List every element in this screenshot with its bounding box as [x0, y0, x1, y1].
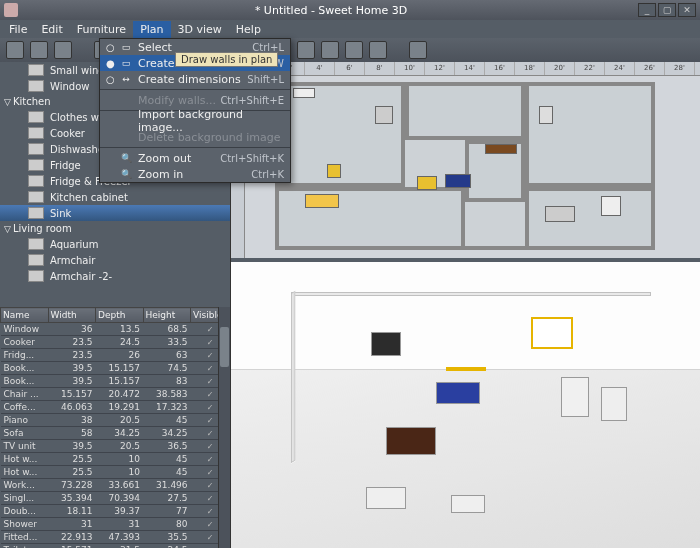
catalog-swatch-icon — [28, 111, 44, 123]
toolbar-right-segment — [291, 38, 700, 62]
catalog-swatch-icon — [28, 254, 44, 266]
add-furniture-button[interactable] — [297, 41, 315, 59]
col-header[interactable]: Height — [143, 308, 191, 323]
furniture-table[interactable]: NameWidthDepthHeightVisibleWindow3613.56… — [0, 307, 230, 548]
col-header[interactable]: Name — [1, 308, 49, 323]
catalog-item[interactable]: Kitchen cabinet — [0, 189, 230, 205]
menu-item-zoom-in[interactable]: 🔍Zoom inCtrl+K — [100, 166, 290, 182]
table-row[interactable]: Sofa5834.2534.25 — [1, 427, 230, 440]
menu-item-delete-background-image: Delete background image — [100, 129, 290, 145]
maximize-button[interactable]: ▢ — [658, 3, 676, 17]
table-row[interactable]: Fitted...22.91347.39335.5 — [1, 531, 230, 544]
catalog-item-label: Armchair -2- — [50, 271, 112, 282]
menu-item-create-dimensions[interactable]: ○↔Create dimensionsShift+L — [100, 71, 290, 87]
table-row[interactable]: Chair ...15.15720.47238.583 — [1, 388, 230, 401]
table-row[interactable]: Doub...18.1139.3777 — [1, 505, 230, 518]
table-row[interactable]: Work...73.22833.66131.496 — [1, 479, 230, 492]
wall-mode-button[interactable] — [345, 41, 363, 59]
catalog-swatch-icon — [28, 238, 44, 250]
help-button[interactable] — [409, 41, 427, 59]
catalog-swatch-icon — [28, 175, 44, 187]
table-row[interactable]: Coffe...46.06319.29117.323 — [1, 401, 230, 414]
catalog-item[interactable]: Aquarium — [0, 236, 230, 252]
menu-edit[interactable]: Edit — [34, 21, 69, 38]
table-row[interactable]: Piano3820.545 — [1, 414, 230, 427]
menu-item-import-background-image-[interactable]: Import background image... — [100, 113, 290, 129]
table-row[interactable]: Book...39.515.15774.5 — [1, 362, 230, 375]
table-row[interactable]: Fridg...23.52663 — [1, 349, 230, 362]
catalog-item[interactable]: Armchair -2- — [0, 268, 230, 284]
menu-file[interactable]: File — [2, 21, 34, 38]
tooltip: Draw walls in plan — [175, 52, 278, 67]
catalog-item-label: Fridge — [50, 160, 81, 171]
menu-plan[interactable]: Plan — [133, 21, 170, 38]
catalog-swatch-icon — [28, 207, 44, 219]
table-row[interactable]: Toilet ...15.57131.524.5 — [1, 544, 230, 549]
save-button[interactable] — [54, 41, 72, 59]
table-row[interactable]: Window3613.568.5 — [1, 323, 230, 336]
table-row[interactable]: Hot w...25.51045 — [1, 466, 230, 479]
view-3d[interactable] — [231, 262, 700, 548]
col-header[interactable]: Depth — [96, 308, 144, 323]
menu-3d-view[interactable]: 3D view — [171, 21, 229, 38]
catalog-swatch-icon — [28, 127, 44, 139]
minimize-button[interactable]: _ — [638, 3, 656, 17]
plan-view[interactable]: 4"2'4'6'8'10'12'14'16'18'20'22'24'26'28'… — [231, 62, 700, 262]
table-row[interactable]: Book...39.515.15783 — [1, 375, 230, 388]
menubar: FileEditFurniturePlan3D viewHelp — [0, 20, 700, 38]
menu-item-modify-walls-: Modify walls...Ctrl+Shift+E — [100, 92, 290, 108]
titlebar: * Untitled - Sweet Home 3D _ ▢ ✕ — [0, 0, 700, 20]
new-button[interactable] — [6, 41, 24, 59]
col-header[interactable]: Width — [48, 308, 96, 323]
catalog-item-label: Cooker — [50, 128, 85, 139]
catalog-swatch-icon — [28, 159, 44, 171]
dimension-mode-button[interactable] — [369, 41, 387, 59]
catalog-swatch-icon — [28, 270, 44, 282]
catalog-item-label: Aquarium — [50, 239, 98, 250]
right-pane: 4"2'4'6'8'10'12'14'16'18'20'22'24'26'28'… — [231, 62, 700, 548]
catalog-item-label: Kitchen cabinet — [50, 192, 128, 203]
table-row[interactable]: Singl...35.39470.39427.5 — [1, 492, 230, 505]
menu-item-zoom-out[interactable]: 🔍Zoom outCtrl+Shift+K — [100, 150, 290, 166]
catalog-item[interactable]: Sink — [0, 205, 230, 221]
plan-canvas[interactable] — [245, 76, 700, 258]
furniture-table-wrap: NameWidthDepthHeightVisibleWindow3613.56… — [0, 307, 230, 548]
catalog-swatch-icon — [28, 80, 44, 92]
menu-furniture[interactable]: Furniture — [70, 21, 133, 38]
catalog-item-label: Sink — [50, 208, 71, 219]
catalog-swatch-icon — [28, 191, 44, 203]
scroll-thumb[interactable] — [220, 327, 229, 367]
catalog-swatch-icon — [28, 143, 44, 155]
catalog-item[interactable]: Armchair — [0, 252, 230, 268]
table-row[interactable]: Shower313180 — [1, 518, 230, 531]
close-button[interactable]: ✕ — [678, 3, 696, 17]
window-controls: _ ▢ ✕ — [638, 3, 696, 17]
table-row[interactable]: Cooker23.524.533.5 — [1, 336, 230, 349]
catalog-swatch-icon — [28, 64, 44, 76]
menu-help[interactable]: Help — [229, 21, 268, 38]
table-row[interactable]: TV unit39.520.536.5 — [1, 440, 230, 453]
catalog-group-living-room[interactable]: ▽Living room — [0, 221, 230, 236]
table-scrollbar[interactable] — [218, 307, 230, 548]
select-mode-button[interactable] — [321, 41, 339, 59]
app-icon — [4, 3, 18, 17]
catalog-item-label: Armchair — [50, 255, 95, 266]
ruler-horizontal: 4"2'4'6'8'10'12'14'16'18'20'22'24'26'28'… — [245, 62, 700, 76]
table-row[interactable]: Hot w...25.51045 — [1, 453, 230, 466]
open-button[interactable] — [30, 41, 48, 59]
catalog-item-label: Window — [50, 81, 89, 92]
window-title: * Untitled - Sweet Home 3D — [24, 4, 638, 17]
